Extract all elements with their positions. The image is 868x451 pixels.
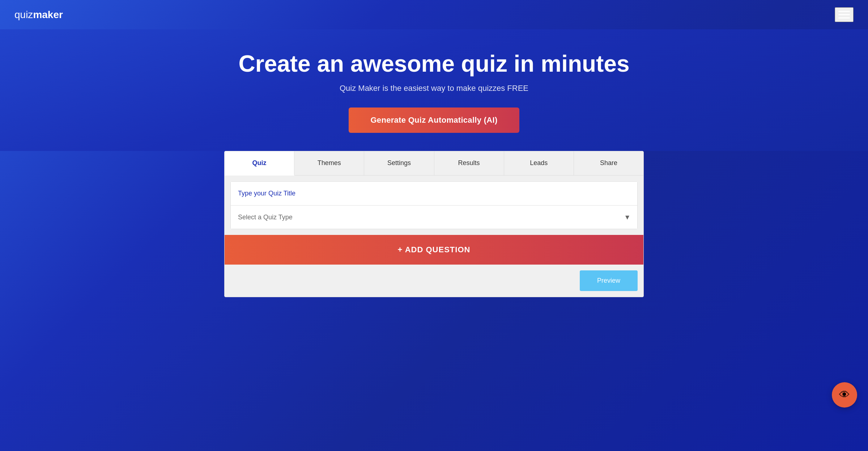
- add-question-button[interactable]: + ADD QUESTION: [225, 235, 643, 265]
- hamburger-line-1: [838, 11, 850, 12]
- quiz-title-input[interactable]: [231, 182, 637, 206]
- form-inner: Select a Quiz Type Personality Quiz Triv…: [230, 181, 638, 229]
- tab-leads[interactable]: Leads: [504, 151, 574, 175]
- quiz-type-wrapper: Select a Quiz Type Personality Quiz Triv…: [231, 206, 637, 229]
- generate-quiz-button[interactable]: Generate Quiz Automatically (AI): [349, 108, 519, 133]
- tab-results[interactable]: Results: [434, 151, 504, 175]
- hero-section: Create an awesome quiz in minutes Quiz M…: [0, 29, 868, 151]
- hero-headline: Create an awesome quiz in minutes: [14, 51, 854, 76]
- quiz-form-area: Select a Quiz Type Personality Quiz Triv…: [225, 176, 643, 235]
- card-container: Quiz Themes Settings Results Leads Share: [224, 151, 644, 297]
- robot-assistant-bubble[interactable]: 👁: [832, 382, 857, 408]
- hamburger-menu[interactable]: [835, 7, 854, 22]
- logo-bold: maker: [33, 9, 63, 20]
- preview-area: Preview: [225, 265, 643, 297]
- tab-share[interactable]: Share: [574, 151, 643, 175]
- logo-light: quiz: [14, 9, 33, 20]
- tab-settings[interactable]: Settings: [364, 151, 434, 175]
- quiz-type-select[interactable]: Select a Quiz Type Personality Quiz Triv…: [231, 206, 637, 229]
- main-card: Quiz Themes Settings Results Leads Share: [210, 151, 658, 312]
- hamburger-line-2: [838, 14, 850, 15]
- preview-button[interactable]: Preview: [580, 270, 638, 291]
- site-header: quizmaker: [0, 0, 868, 29]
- tab-quiz[interactable]: Quiz: [225, 151, 294, 176]
- robot-eye-icon: 👁: [839, 389, 850, 401]
- site-logo[interactable]: quizmaker: [14, 9, 63, 21]
- tab-bar: Quiz Themes Settings Results Leads Share: [225, 151, 643, 176]
- hamburger-line-3: [838, 17, 850, 18]
- tab-themes[interactable]: Themes: [294, 151, 364, 175]
- hero-subheadline: Quiz Maker is the easiest way to make qu…: [14, 84, 854, 93]
